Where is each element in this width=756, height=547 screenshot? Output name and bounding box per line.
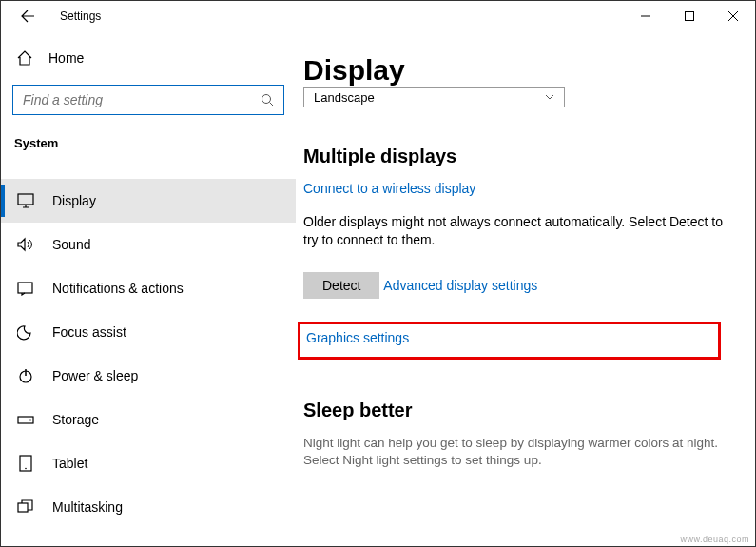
- close-icon: [728, 11, 738, 21]
- sidebar-item-power-sleep[interactable]: Power & sleep: [1, 354, 296, 398]
- maximize-icon: [685, 11, 694, 21]
- sidebar-item-notifications[interactable]: Notifications & actions: [1, 266, 296, 310]
- sidebar: Home System Display Sound: [1, 31, 296, 546]
- minimize-icon: [641, 11, 650, 21]
- watermark: www.deuaq.com: [680, 535, 749, 544]
- page-title: Display: [303, 54, 727, 87]
- svg-point-8: [25, 468, 27, 470]
- sidebar-item-label: Storage: [52, 412, 99, 427]
- advanced-display-link[interactable]: Advanced display settings: [383, 278, 537, 293]
- svg-rect-0: [686, 12, 694, 21]
- detect-help-text: Older displays might not always connect …: [303, 213, 727, 249]
- svg-rect-2: [18, 194, 33, 205]
- graphics-settings-link[interactable]: Graphics settings: [306, 330, 409, 345]
- home-icon: [16, 49, 33, 67]
- nav-list: Display Sound Notifications & actions Fo…: [1, 179, 296, 529]
- sleep-better-heading: Sleep better: [303, 400, 727, 421]
- sidebar-item-label: Multitasking: [52, 499, 123, 515]
- graphics-settings-highlight: Graphics settings: [298, 322, 721, 360]
- sidebar-item-label: Display: [52, 193, 96, 208]
- sidebar-item-label: Tablet: [52, 456, 87, 471]
- sidebar-item-tablet[interactable]: Tablet: [1, 441, 296, 485]
- sidebar-item-label: Sound: [52, 237, 90, 252]
- tablet-icon: [16, 455, 35, 472]
- sidebar-item-storage[interactable]: Storage: [1, 398, 296, 441]
- sound-icon: [16, 237, 35, 252]
- close-button[interactable]: [711, 1, 755, 31]
- focus-assist-icon: [16, 323, 35, 341]
- window-title: Settings: [60, 10, 101, 23]
- window-controls: [624, 1, 755, 31]
- storage-icon: [16, 413, 35, 426]
- display-icon: [16, 193, 35, 208]
- svg-point-1: [262, 95, 271, 104]
- chevron-down-icon: [545, 94, 554, 100]
- home-button[interactable]: Home: [12, 39, 284, 77]
- wireless-display-link[interactable]: Connect to a wireless display: [303, 181, 475, 196]
- power-icon: [16, 367, 35, 384]
- sidebar-item-focus-assist[interactable]: Focus assist: [1, 310, 296, 354]
- multitasking-icon: [16, 499, 35, 515]
- svg-rect-9: [18, 503, 28, 512]
- back-button[interactable]: [12, 1, 43, 31]
- orientation-value: Landscape: [314, 90, 375, 105]
- maximize-button[interactable]: [668, 1, 711, 31]
- minimize-button[interactable]: [624, 1, 668, 31]
- search-input[interactable]: [23, 92, 261, 107]
- svg-point-6: [29, 420, 31, 421]
- section-label-system: System: [12, 136, 284, 150]
- sleep-better-text: Night light can help you get to sleep by…: [303, 435, 727, 469]
- title-bar: Settings: [1, 1, 755, 31]
- home-label: Home: [48, 50, 84, 66]
- sidebar-item-label: Notifications & actions: [52, 281, 184, 296]
- sidebar-item-label: Power & sleep: [52, 368, 138, 383]
- sidebar-item-multitasking[interactable]: Multitasking: [1, 485, 296, 529]
- search-box[interactable]: [12, 85, 284, 115]
- back-arrow-icon: [20, 9, 35, 24]
- multiple-displays-heading: Multiple displays: [303, 146, 727, 167]
- svg-rect-3: [18, 283, 32, 293]
- sidebar-item-label: Focus assist: [52, 324, 126, 340]
- content-area: Display Landscape Multiple displays Conn…: [296, 31, 755, 546]
- notifications-icon: [16, 281, 35, 296]
- search-icon: [261, 93, 274, 107]
- sidebar-item-sound[interactable]: Sound: [1, 223, 296, 266]
- orientation-dropdown[interactable]: Landscape: [303, 87, 565, 107]
- sidebar-item-display[interactable]: Display: [1, 179, 296, 223]
- detect-button[interactable]: Detect: [303, 272, 379, 299]
